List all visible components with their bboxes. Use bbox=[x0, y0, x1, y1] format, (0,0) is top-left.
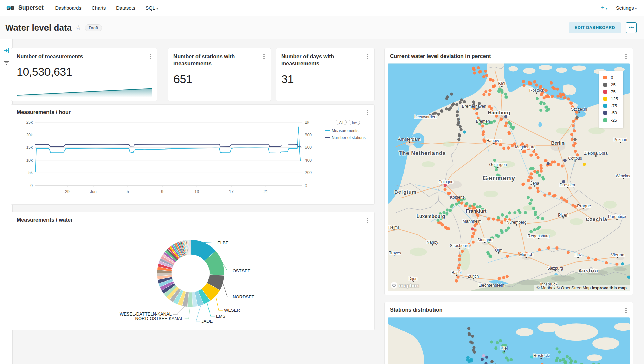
station-dot[interactable] bbox=[543, 194, 546, 197]
station-dot[interactable] bbox=[513, 211, 516, 214]
station-dot[interactable] bbox=[476, 213, 479, 217]
station-dot[interactable] bbox=[447, 227, 450, 230]
station-dot[interactable] bbox=[500, 221, 503, 224]
station-dot[interactable] bbox=[540, 170, 543, 173]
station-dot[interactable] bbox=[484, 90, 487, 93]
nav-item-dashboards[interactable]: Dashboards bbox=[55, 5, 81, 11]
station-dot[interactable] bbox=[542, 177, 545, 180]
station-dot[interactable] bbox=[473, 68, 476, 71]
station-dot[interactable] bbox=[527, 179, 530, 182]
station-dot[interactable] bbox=[455, 203, 458, 206]
station-dot[interactable] bbox=[485, 74, 488, 77]
station-dot[interactable] bbox=[481, 358, 484, 361]
station-dot[interactable] bbox=[528, 202, 532, 205]
station-dot[interactable] bbox=[490, 360, 493, 363]
station-dot[interactable] bbox=[484, 70, 487, 73]
map-legend-row[interactable]: 75 bbox=[603, 89, 618, 94]
station-dot[interactable] bbox=[553, 87, 556, 90]
station-dot[interactable] bbox=[458, 263, 461, 266]
station-dot[interactable] bbox=[499, 339, 502, 342]
legend-entry[interactable]: Measurements bbox=[325, 128, 371, 133]
station-dot[interactable] bbox=[482, 75, 485, 78]
station-dot[interactable] bbox=[528, 186, 532, 189]
station-dot[interactable] bbox=[572, 144, 575, 147]
station-dot[interactable] bbox=[501, 213, 504, 217]
station-dot[interactable] bbox=[450, 93, 453, 96]
station-dot[interactable] bbox=[488, 93, 491, 96]
station-dot[interactable] bbox=[505, 229, 508, 232]
card-kebab-menu[interactable] bbox=[261, 53, 267, 60]
station-dot[interactable] bbox=[479, 205, 482, 208]
station-dot[interactable] bbox=[482, 93, 485, 96]
station-dot[interactable] bbox=[545, 89, 548, 92]
nav-item-sql[interactable]: SQL▾ bbox=[146, 5, 158, 11]
station-dot[interactable] bbox=[489, 121, 492, 124]
station-dot[interactable] bbox=[572, 124, 575, 127]
station-dot[interactable] bbox=[502, 147, 505, 150]
station-dot[interactable] bbox=[440, 109, 443, 112]
station-dot[interactable] bbox=[449, 106, 452, 109]
station-dot[interactable] bbox=[457, 266, 460, 269]
station-dot[interactable] bbox=[489, 78, 492, 81]
station-dot[interactable] bbox=[436, 219, 439, 222]
mapbox-logo[interactable]: mapbox bbox=[391, 282, 419, 289]
station-dot[interactable] bbox=[523, 150, 526, 153]
station-dot[interactable] bbox=[537, 156, 540, 159]
station-dot[interactable] bbox=[506, 255, 509, 258]
station-dot[interactable] bbox=[536, 216, 539, 219]
nav-item-datasets[interactable]: Datasets bbox=[116, 5, 135, 11]
card-kebab-menu[interactable] bbox=[365, 109, 370, 116]
station-dot[interactable] bbox=[561, 164, 564, 167]
station-dot[interactable] bbox=[564, 159, 567, 162]
station-dot[interactable] bbox=[500, 229, 503, 232]
station-dot[interactable] bbox=[448, 192, 451, 195]
station-dot[interactable] bbox=[472, 232, 475, 235]
map-legend-row[interactable]: -75 bbox=[603, 103, 618, 108]
station-dot[interactable] bbox=[605, 261, 608, 264]
station-dot[interactable] bbox=[498, 277, 501, 280]
station-dot[interactable] bbox=[522, 80, 525, 83]
station-dot[interactable] bbox=[621, 262, 624, 265]
station-dot[interactable] bbox=[615, 263, 618, 266]
station-dot[interactable] bbox=[548, 192, 551, 195]
station-dot[interactable] bbox=[507, 146, 510, 150]
station-dot[interactable] bbox=[529, 230, 533, 233]
legend-pill-inv[interactable]: Inv bbox=[349, 120, 360, 125]
station-dot[interactable] bbox=[497, 235, 500, 238]
station-dot[interactable] bbox=[562, 198, 566, 201]
station-dot[interactable] bbox=[499, 143, 502, 146]
station-dot[interactable] bbox=[505, 96, 508, 99]
superset-logo[interactable]: Superset bbox=[5, 4, 43, 12]
station-dot[interactable] bbox=[508, 211, 511, 214]
station-dot[interactable] bbox=[505, 121, 508, 124]
station-dot[interactable] bbox=[463, 131, 466, 134]
dashboard-more-menu[interactable]: ••• bbox=[626, 22, 637, 33]
station-dot[interactable] bbox=[485, 356, 488, 359]
station-dot[interactable] bbox=[544, 106, 547, 109]
station-dot[interactable] bbox=[594, 258, 597, 261]
station-dot[interactable] bbox=[489, 255, 492, 258]
station-dot[interactable] bbox=[544, 159, 547, 162]
station-dot[interactable] bbox=[533, 228, 536, 231]
station-dot[interactable] bbox=[506, 275, 509, 278]
station-dot[interactable] bbox=[538, 174, 541, 177]
station-dot[interactable] bbox=[483, 140, 486, 143]
filter-icon[interactable] bbox=[4, 61, 9, 65]
station-dot[interactable] bbox=[510, 358, 513, 361]
station-dot[interactable] bbox=[561, 93, 565, 96]
station-dot[interactable] bbox=[481, 125, 484, 128]
station-dot[interactable] bbox=[455, 103, 458, 106]
station-dot[interactable] bbox=[532, 207, 535, 210]
station-dot[interactable] bbox=[456, 114, 459, 117]
station-dot[interactable] bbox=[456, 110, 459, 113]
station-dot[interactable] bbox=[461, 250, 464, 253]
station-dot[interactable] bbox=[457, 118, 460, 121]
station-dot[interactable] bbox=[568, 357, 571, 360]
station-dot[interactable] bbox=[574, 205, 577, 208]
station-dot[interactable] bbox=[574, 138, 577, 141]
station-dot[interactable] bbox=[511, 144, 514, 147]
card-kebab-menu[interactable] bbox=[365, 53, 370, 60]
station-dot[interactable] bbox=[555, 347, 558, 350]
station-dot[interactable] bbox=[446, 208, 449, 211]
station-dot[interactable] bbox=[460, 98, 463, 101]
